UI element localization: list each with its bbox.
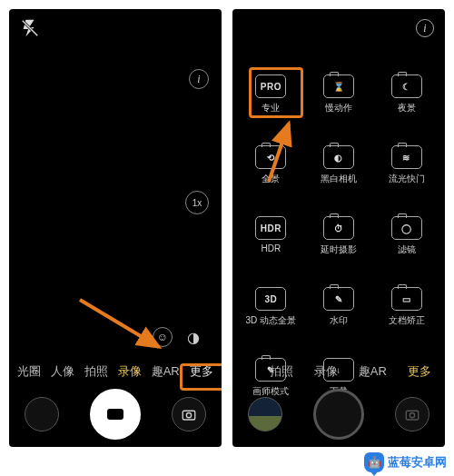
watermark-logo-icon: 🤖 bbox=[364, 452, 384, 472]
shutter-button[interactable] bbox=[313, 389, 364, 440]
top-bar: i bbox=[232, 9, 445, 42]
quick-options: ☺ ◑ bbox=[153, 327, 203, 347]
shutter-row bbox=[232, 389, 445, 440]
mode-aperture[interactable]: 光圈 bbox=[15, 360, 43, 383]
mode-hdr[interactable]: HDRHDR bbox=[238, 216, 304, 253]
svg-rect-6 bbox=[406, 411, 419, 420]
mode-photo[interactable]: 拍照 bbox=[83, 360, 110, 383]
svg-point-4 bbox=[186, 413, 191, 418]
mode-slowmo[interactable]: ⌛慢动作 bbox=[306, 74, 372, 114]
top-bar bbox=[9, 9, 222, 42]
mode-bar[interactable]: 光圈 人像 拍照 录像 趣AR 更多 bbox=[9, 360, 222, 383]
mode-video[interactable]: 录像 bbox=[116, 360, 143, 383]
face-beauty-icon[interactable]: ☺ bbox=[153, 327, 173, 347]
svg-point-2 bbox=[198, 25, 203, 31]
watermark-text: 蓝莓安卓网 bbox=[388, 454, 447, 471]
mode-lightpainting[interactable]: ≋流光快门 bbox=[373, 145, 439, 185]
mode-panorama[interactable]: ⟲全景 bbox=[238, 145, 304, 185]
mode-video[interactable]: 录像 bbox=[312, 360, 340, 383]
settings-gear-icon[interactable] bbox=[191, 18, 211, 38]
camera-screen-main: i 1x ☺ ◑ 光圈 人像 拍照 录像 趣AR 更多 bbox=[9, 9, 222, 447]
mode-pro[interactable]: PRO专业 bbox=[238, 74, 304, 114]
switch-camera-icon[interactable] bbox=[172, 397, 206, 431]
svg-point-7 bbox=[410, 413, 414, 418]
mode-portrait[interactable]: 人像 bbox=[49, 360, 76, 383]
mode-bar[interactable]: 拍照 录像 趣AR 更多 bbox=[232, 360, 445, 383]
mode-document-scan[interactable]: ▭文档矫正 bbox=[373, 287, 439, 327]
svg-line-5 bbox=[80, 300, 159, 347]
info-icon[interactable]: i bbox=[189, 69, 209, 89]
mode-filter[interactable]: ◯滤镜 bbox=[373, 216, 439, 256]
edit-pencil-icon[interactable] bbox=[243, 18, 263, 38]
mode-3d-panorama[interactable]: 3D3D 动态全景 bbox=[238, 287, 304, 327]
gallery-thumbnail[interactable] bbox=[25, 397, 59, 431]
mode-timelapse[interactable]: ⏱延时摄影 bbox=[306, 216, 372, 256]
modes-grid: PRO专业 ⌛慢动作 ☾夜景 ⟲全景 ◐黑白相机 ≋流光快门 HDRHDR ⏱延… bbox=[232, 69, 445, 320]
mode-ar[interactable]: 趣AR bbox=[150, 360, 182, 383]
site-watermark: 🤖 蓝莓安卓网 bbox=[364, 452, 447, 472]
flash-off-icon[interactable] bbox=[20, 18, 40, 38]
zoom-indicator[interactable]: 1x bbox=[185, 191, 209, 214]
info-icon[interactable]: i bbox=[416, 19, 434, 37]
camera-screen-more-modes: i PRO专业 ⌛慢动作 ☾夜景 ⟲全景 ◐黑白相机 ≋流光快门 HDRHDR … bbox=[232, 9, 445, 447]
switch-camera-icon[interactable] bbox=[395, 397, 429, 431]
mode-night[interactable]: ☾夜景 bbox=[373, 74, 439, 114]
effects-icon[interactable]: ◑ bbox=[183, 327, 203, 347]
mode-photo[interactable]: 拍照 bbox=[268, 360, 295, 383]
mode-more[interactable]: 更多 bbox=[188, 360, 215, 383]
mode-ar[interactable]: 趣AR bbox=[357, 360, 389, 383]
svg-rect-3 bbox=[183, 411, 195, 420]
mode-monochrome[interactable]: ◐黑白相机 bbox=[306, 145, 372, 185]
shutter-button[interactable] bbox=[90, 389, 141, 440]
mode-more[interactable]: 更多 bbox=[406, 360, 433, 383]
gallery-thumbnail[interactable] bbox=[248, 397, 282, 431]
mode-watermark[interactable]: ✎水印 bbox=[306, 287, 372, 327]
shutter-row bbox=[9, 389, 222, 440]
